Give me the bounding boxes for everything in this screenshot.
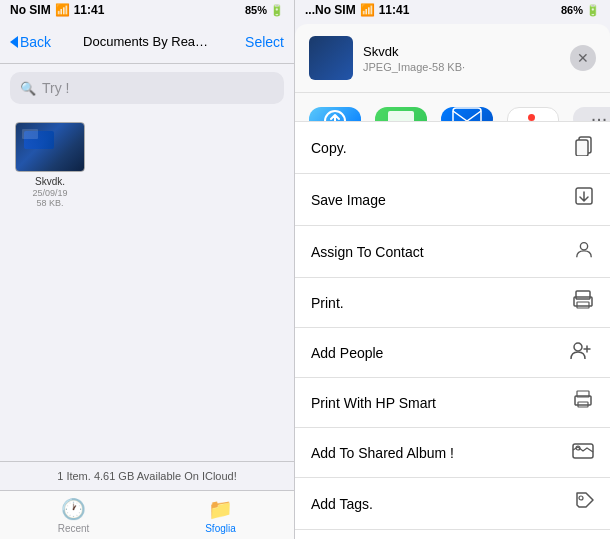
file-size: 58 KB. — [36, 198, 63, 208]
share-close-button[interactable]: ✕ — [570, 45, 596, 71]
right-status-bar: ...No SIM 📶 11:41 86% 🔋 — [295, 0, 610, 20]
search-icon: 🔍 — [20, 81, 36, 96]
chevron-left-icon — [10, 36, 18, 48]
action-save-image[interactable]: Save Image — [295, 174, 610, 226]
action-shared-album[interactable]: Add To Shared Album ! — [295, 428, 610, 478]
action-add-tags[interactable]: Add Tags. — [295, 478, 610, 530]
storage-info: 1 Item. 4.61 GB Available On ICloud! — [0, 461, 294, 490]
share-file-info: Skvdk JPEG_Image-58 KB· — [363, 44, 560, 73]
file-grid: Skvdk. 25/09/19 58 KB. — [0, 112, 294, 461]
svg-point-5 — [580, 243, 587, 250]
action-list: Copy. Save Image Assig — [295, 122, 610, 539]
right-time: 11:41 — [379, 3, 410, 17]
mail-icon — [441, 107, 493, 122]
left-panel: No SIM 📶 11:41 85% 🔋 Back Documents By R… — [0, 0, 295, 539]
tab-bar: 🕐 Recent 📁 Sfoglia — [0, 490, 294, 539]
tab-recent-label: Recent — [58, 523, 90, 534]
list-item[interactable]: Skvdk. 25/09/19 58 KB. — [10, 122, 90, 208]
left-status-bar: No SIM 📶 11:41 85% 🔋 — [0, 0, 294, 20]
add-tags-icon — [574, 490, 594, 517]
file-date: 25/09/19 — [32, 188, 67, 198]
svg-rect-8 — [577, 302, 589, 308]
svg-point-9 — [574, 343, 582, 351]
share-file-meta: JPEG_Image-58 KB· — [363, 61, 560, 73]
action-save-image-label: Save Image — [311, 192, 386, 208]
right-no-sim: ...No SIM — [305, 3, 356, 17]
status-bar-left: No SIM 📶 11:41 — [10, 3, 104, 17]
action-copy-label: Copy. — [311, 140, 347, 156]
tab-recent[interactable]: 🕐 Recent — [0, 497, 147, 534]
file-name: Skvdk. — [35, 175, 65, 188]
action-copy[interactable]: Copy. — [295, 122, 610, 174]
print-icon — [572, 290, 594, 315]
message-icon — [375, 107, 427, 122]
nav-title: Documents By Readdle — [83, 34, 213, 49]
action-create-dial[interactable]: Create A Dial. — [295, 530, 610, 539]
right-battery-icon: 🔋 — [586, 4, 600, 17]
copy-icon — [574, 134, 594, 161]
add-people-icon — [570, 340, 594, 365]
action-print-hp-label: Print With HP Smart — [311, 395, 436, 411]
svg-rect-6 — [576, 291, 590, 299]
more-icon: ··· — [573, 107, 610, 122]
back-button[interactable]: Back — [10, 34, 51, 50]
recent-icon: 🕐 — [61, 497, 86, 521]
airdrop-icon — [309, 107, 361, 122]
right-wifi-icon: 📶 — [360, 3, 375, 17]
back-label: Back — [20, 34, 51, 50]
search-placeholder: Try ! — [42, 80, 69, 96]
left-nav-bar: Back Documents By Readdle Select — [0, 20, 294, 64]
share-sheet: Skvdk JPEG_Image-58 KB· ✕ AirDrop. — [295, 24, 610, 539]
status-bar-right: 85% 🔋 — [245, 4, 284, 17]
no-sim-label: No SIM — [10, 3, 51, 17]
right-panel: ...No SIM 📶 11:41 86% 🔋 Skvdk JPEG_Image… — [295, 0, 610, 539]
right-status-right: 86% 🔋 — [561, 4, 600, 17]
right-status-left: ...No SIM 📶 11:41 — [305, 3, 409, 17]
action-add-people-label: Add People — [311, 345, 383, 361]
select-button[interactable]: Select — [245, 34, 284, 50]
battery-label: 85% — [245, 4, 267, 16]
assign-contact-icon — [574, 238, 594, 265]
search-bar[interactable]: 🔍 Try ! — [10, 72, 284, 104]
shared-album-icon — [572, 440, 594, 465]
share-header: Skvdk JPEG_Image-58 KB· ✕ — [295, 24, 610, 93]
save-image-icon — [574, 186, 594, 213]
time-left: 11:41 — [74, 3, 105, 17]
wifi-icon: 📶 — [55, 3, 70, 17]
share-file-thumbnail — [309, 36, 353, 80]
action-assign-contact-label: Assign To Contact — [311, 244, 424, 260]
action-add-tags-label: Add Tags. — [311, 496, 373, 512]
tab-sfoglia-label: Sfoglia — [205, 523, 236, 534]
right-battery: 86% — [561, 4, 583, 16]
reminder-icon — [507, 107, 559, 122]
share-file-name: Skvdk — [363, 44, 560, 59]
action-assign-contact[interactable]: Assign To Contact — [295, 226, 610, 278]
sfoglia-icon: 📁 — [208, 497, 233, 521]
battery-icon: 🔋 — [270, 4, 284, 17]
action-shared-album-label: Add To Shared Album ! — [311, 445, 454, 461]
print-hp-icon — [572, 390, 594, 415]
file-thumbnail — [15, 122, 85, 172]
action-print[interactable]: Print. — [295, 278, 610, 328]
share-apps-row: AirDrop. Massage Email — [295, 93, 610, 122]
action-add-people[interactable]: Add People — [295, 328, 610, 378]
action-print-hp[interactable]: Print With HP Smart — [295, 378, 610, 428]
action-print-label: Print. — [311, 295, 344, 311]
svg-point-15 — [579, 496, 583, 500]
tab-sfoglia[interactable]: 📁 Sfoglia — [147, 497, 294, 534]
svg-rect-3 — [576, 140, 588, 156]
svg-rect-1 — [453, 108, 481, 122]
